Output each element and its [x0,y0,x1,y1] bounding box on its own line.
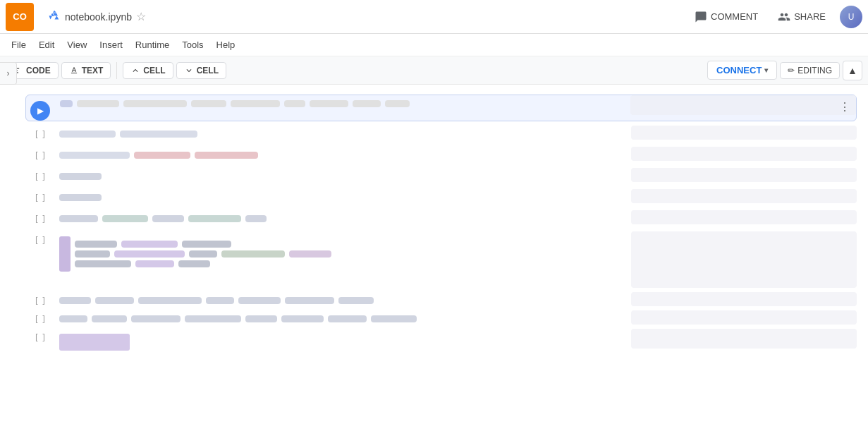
cell-output-5 [631,189,857,203]
cell-gutter-4: [ ] [25,168,54,185]
cell-gutter-10: [ ] [25,329,54,356]
cell-down-button[interactable]: CELL [176,62,226,79]
collapse-icon: ▲ [848,65,857,76]
cell-bracket-10: [ ] [34,333,45,343]
cell-up-label: CELL [143,66,165,75]
logo-area: CO [6,3,48,31]
cell-gutter-3: [ ] [25,147,54,164]
cell-output-1 [630,95,856,115]
notebook-area: ▶ ⋮ [ ] [0,85,868,436]
menubar: File Edit View Insert Runtime Tools Help [0,34,868,56]
cell-gutter-8: [ ] [25,292,54,309]
table-row: [ ] [25,231,857,288]
cell-gutter-6: [ ] [25,210,54,227]
cell-content-9[interactable] [54,310,628,327]
cell-output-2 [631,126,857,140]
cell-more-button[interactable]: ⋮ [836,98,853,115]
cell-gutter-5: [ ] [25,189,54,206]
pencil-icon: ✏ [788,66,795,75]
cell-gutter-2: [ ] [25,126,54,143]
menu-runtime[interactable]: Runtime [130,37,175,53]
cell-bracket-9: [ ] [34,315,45,325]
cell-output-7 [631,231,857,288]
table-row: [ ] [25,168,857,185]
cell-gutter-9: [ ] [25,310,54,327]
avatar-text: U [848,12,855,22]
table-row: [ ] [25,292,857,309]
cell-content-1[interactable] [54,95,628,121]
cell-gutter-1: ▶ [26,95,54,121]
toolbar-right: CONNECT ▾ ✏ EDITING ▲ [707,61,862,80]
cell-bracket-4: [ ] [34,172,45,182]
drive-icon [48,8,61,25]
menu-help[interactable]: Help [211,37,241,53]
table-row: [ ] [25,126,857,143]
topbar: CO notebook.ipynb ☆ COMMENT SHARE U [0,0,868,34]
text-btn-label: TEXT [82,66,104,75]
topbar-right: COMMENT SHARE U [689,6,862,28]
table-row: [ ] [25,147,857,164]
cell-up-button[interactable]: CELL [123,62,173,79]
menu-file[interactable]: File [6,37,32,53]
connect-button[interactable]: CONNECT ▾ [707,61,777,80]
notebook-title[interactable]: notebook.ipynb [65,11,132,23]
menu-view[interactable]: View [61,37,92,53]
cell-bracket-3: [ ] [34,151,45,161]
share-button[interactable]: SHARE [772,8,831,26]
comment-button[interactable]: COMMENT [689,8,764,26]
cell-output-3 [631,147,857,161]
cell-content-2[interactable] [54,126,628,143]
cell-content-5[interactable] [54,189,628,206]
cell-content-7[interactable] [54,231,628,288]
cell-content-10[interactable] [54,329,628,356]
menu-tools[interactable]: Tools [176,37,209,53]
cell-output-9 [631,310,857,325]
cell-down-label: CELL [197,66,219,75]
connect-label: CONNECT [716,65,762,75]
cell-bracket-7: [ ] [34,236,45,246]
user-avatar[interactable]: U [840,6,862,28]
cell-content-8[interactable] [54,292,628,309]
file-title: notebook.ipynb ☆ [48,8,689,25]
cell-content-4[interactable] [54,168,628,185]
run-button[interactable]: ▶ [30,101,50,121]
cell-output-4 [631,168,857,182]
sidebar-toggle-icon: › [7,68,10,78]
table-row: ▶ ⋮ [25,95,857,121]
code-btn-label: CODE [26,66,51,75]
toolbar-separator [116,62,117,79]
text-button[interactable]: TEXT [61,62,111,79]
table-row: [ ] [25,329,857,356]
cell-bracket-6: [ ] [34,214,45,224]
cell-gutter-7: [ ] [25,231,54,288]
star-icon[interactable]: ☆ [136,10,146,23]
colab-logo[interactable]: CO [6,3,34,31]
collapse-button[interactable]: ▲ [843,61,862,80]
cell-content-3[interactable] [54,147,628,164]
table-row: [ ] [25,310,857,327]
editing-button[interactable]: ✏ EDITING [780,62,840,79]
menu-edit[interactable]: Edit [33,37,60,53]
cell-output-6 [631,210,857,224]
menu-insert[interactable]: Insert [94,37,128,53]
connect-chevron-icon: ▾ [764,66,768,74]
toolbar: CODE TEXT CELL CELL CONNECT ▾ ✏ EDITING … [0,56,868,85]
comment-label: COMMENT [711,11,758,22]
cell-bracket-5: [ ] [34,193,45,203]
editing-label: EDITING [797,66,832,75]
cell-bracket-2: [ ] [34,130,45,140]
cell-bracket-8: [ ] [34,296,45,306]
table-row: [ ] [25,189,857,206]
sidebar-toggle[interactable]: › [0,62,17,85]
cell-output-10 [631,329,857,349]
cell-output-8 [631,292,857,306]
share-label: SHARE [794,11,826,22]
cells-container: ▶ ⋮ [ ] [0,85,868,436]
cell-content-6[interactable] [54,210,628,227]
logo-text: CO [13,11,27,22]
table-row: [ ] [25,210,857,227]
